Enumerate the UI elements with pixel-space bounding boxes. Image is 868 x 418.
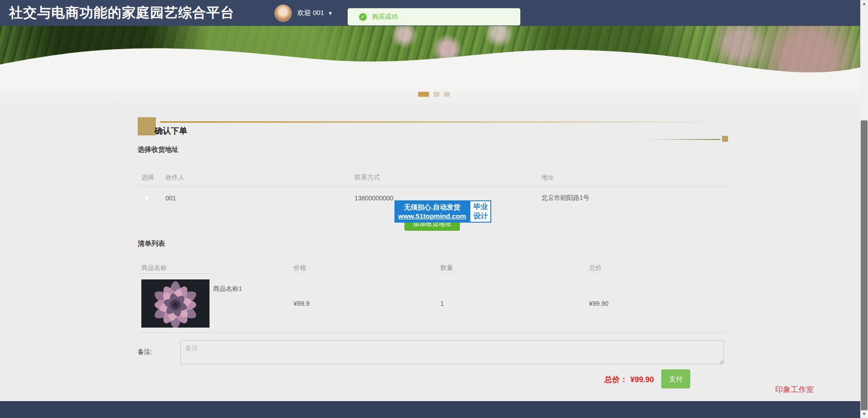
remark-textarea[interactable] (180, 340, 724, 364)
carousel-dot-3[interactable] (444, 92, 450, 97)
watermark-ad[interactable]: 无须担心.自动发货 www.51topmind.com 毕业 设计 (394, 200, 491, 223)
deco-line (648, 139, 720, 140)
col-address: 地址 (538, 174, 727, 182)
order-total: 总价： ¥99.90 (604, 374, 654, 385)
check-circle-icon: ✓ (359, 13, 367, 21)
product-thumbnail[interactable] (141, 279, 210, 328)
address-section-label: 选择收货地址 (138, 145, 179, 154)
watermark-badge-line1: 毕业 (473, 202, 488, 211)
items-table: 商品名称 价格 数量 总价 (138, 257, 727, 333)
watermark-badge: 毕业 设计 (469, 200, 491, 223)
col-product-name: 商品名称 (138, 264, 290, 272)
scrollbar-up-arrow-icon[interactable]: ▲ (860, 0, 868, 8)
address-table-header: 选择 收件人 联系方式 地址 (138, 169, 727, 186)
col-select: 选择 (138, 174, 162, 182)
scrollbar-thumb[interactable] (861, 120, 868, 410)
user-avatar[interactable] (274, 5, 292, 22)
watermark-badge-line2: 设计 (473, 211, 488, 221)
user-menu[interactable]: 欢迎 001 ▼ (297, 9, 333, 17)
col-contact: 联系方式 (351, 174, 538, 182)
success-toast: ✓ 购买成功 (348, 8, 520, 25)
carousel-dot-1[interactable] (418, 92, 429, 97)
product-price: ¥99.9 (290, 300, 437, 307)
section-accent-line (160, 121, 727, 123)
studio-credit-link[interactable]: 印象工作室 (775, 384, 814, 395)
total-value: ¥99.90 (630, 375, 654, 384)
carousel-indicators (418, 92, 450, 97)
checkout-page: 社交与电商功能的家庭园艺综合平台 欢迎 001 ▼ ✓ 购买成功 确认下单 选择… (0, 0, 868, 418)
toast-message: 购买成功 (372, 13, 398, 21)
section-accent-square (138, 117, 156, 135)
product-quantity: 1 (437, 300, 585, 307)
watermark-line2: www.51topmind.com (398, 212, 466, 221)
items-table-header: 商品名称 价格 数量 总价 (138, 257, 727, 274)
page-title: 确认下单 (155, 125, 187, 136)
welcome-label: 欢迎 001 (297, 9, 324, 17)
vertical-scrollbar[interactable]: ▲ ▼ (860, 0, 868, 418)
product-total: ¥99.90 (585, 300, 727, 307)
carousel-dot-2[interactable] (434, 92, 439, 97)
watermark-ad-text: 无须担心.自动发货 www.51topmind.com (394, 200, 469, 223)
pay-button[interactable]: 支付 (661, 369, 690, 388)
total-label: 总价： (604, 374, 628, 385)
col-quantity: 数量 (437, 264, 585, 272)
deco-square (722, 136, 728, 142)
scrollbar-down-arrow-icon[interactable]: ▼ (860, 410, 868, 418)
watermark-line1: 无须担心.自动发货 (398, 203, 466, 212)
items-section-label: 清单列表 (138, 239, 165, 248)
col-total: 总价 (585, 264, 727, 272)
app-title: 社交与电商功能的家庭园艺综合平台 (9, 4, 234, 22)
address-value: 北京市朝阳路1号 (538, 194, 727, 202)
col-price: 价格 (290, 264, 437, 272)
col-recipient: 收件人 (162, 174, 351, 182)
chevron-down-icon: ▼ (328, 10, 333, 16)
footer-bar (0, 401, 860, 418)
product-name: 商品名称1 (213, 279, 242, 293)
items-table-row: 商品名称1 ¥99.9 1 ¥99.90 (138, 274, 727, 333)
hero-banner-image (0, 26, 860, 84)
recipient-value: 001 (162, 194, 351, 202)
remark-label: 备注: (138, 348, 152, 356)
banner-wave-shape (0, 44, 860, 84)
